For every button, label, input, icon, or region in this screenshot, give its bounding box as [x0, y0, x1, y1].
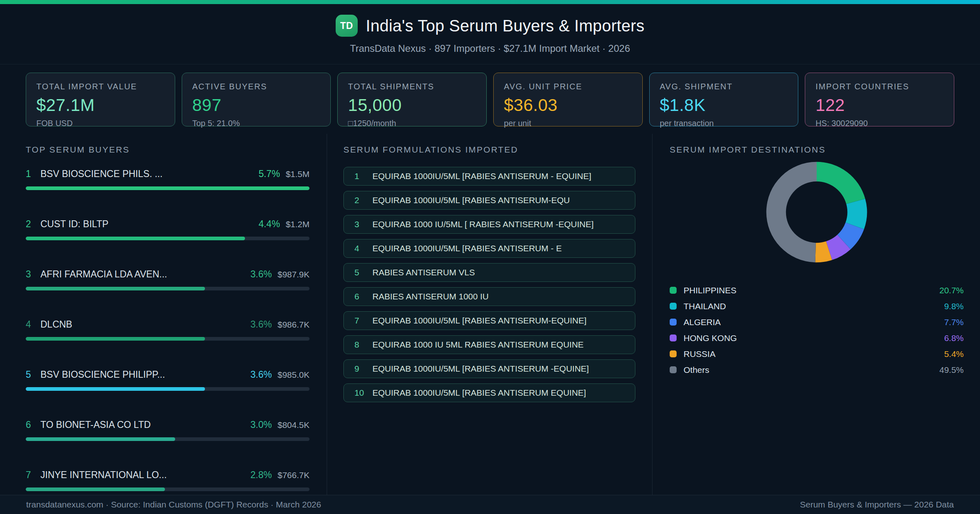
buyer-bar-fill — [26, 337, 205, 341]
buyer-row: 3 AFRI FARMACIA LDA AVEN... 3.6% $987.9K — [26, 269, 310, 290]
buyer-name: CUST ID: BILTP — [40, 219, 253, 230]
formulation-rank: 7 — [354, 316, 372, 326]
stat-value: 15,000 — [348, 95, 476, 115]
formulation-item: 3 EQUIRAB 1000 IU/5ML [ RABIES ANTISERUM… — [343, 215, 635, 234]
footer-source-text: transdatanexus.com · Source: Indian Cust… — [26, 500, 321, 510]
legend-label: ALGERIA — [684, 317, 721, 327]
destinations-legend: PHILIPPINES 20.7% THAILAND 9.8% ALGERIA … — [670, 282, 964, 378]
legend-label: HONG KONG — [684, 333, 737, 343]
buyer-share-pct: 4.4% — [258, 219, 280, 230]
brand-logo-badge: TD — [336, 15, 358, 37]
stat-value: $27.1M — [36, 95, 165, 115]
buyer-bar-fill — [26, 437, 175, 441]
legend-pct: 6.8% — [944, 333, 964, 343]
page-title: India's Top Serum Buyers & Importers — [366, 17, 644, 35]
buyer-bar-fill — [26, 237, 245, 240]
legend-label: PHILIPPINES — [684, 286, 737, 295]
main-content: TOP SERUM BUYERS 1 BSV BIOSCIENCE PHILS.… — [0, 134, 980, 495]
buyer-name: BSV BIOSCIENCE PHILS. ... — [40, 168, 253, 179]
formulation-item: 7 EQUIRAB 1000IU/5ML [RABIES ANTISERUM-E… — [343, 311, 635, 330]
legend-label: THAILAND — [684, 301, 726, 311]
legend-label: RUSSIA — [684, 349, 715, 359]
buyer-rank: 3 — [26, 269, 40, 280]
legend-pct: 20.7% — [939, 286, 964, 295]
stat-card: ACTIVE BUYERS 897 Top 5: 21.0% — [182, 73, 331, 126]
stat-card: TOTAL IMPORT VALUE $27.1M FOB USD — [26, 73, 175, 126]
formulation-item: 10 EQUIRAB 1000IU/5ML [RABIES ANTISERUM … — [343, 383, 635, 402]
donut-svg — [765, 160, 869, 264]
stat-label: TOTAL IMPORT VALUE — [36, 82, 165, 91]
buyer-rank: 4 — [26, 319, 40, 330]
stat-subtext: FOB USD — [36, 119, 165, 128]
buyer-row: 6 TO BIONET-ASIA CO LTD 3.0% $804.5K — [26, 419, 310, 441]
legend-pct: 49.5% — [939, 365, 964, 375]
buyer-value: $985.0K — [278, 370, 310, 380]
formulation-name: EQUIRAB 1000IU/5ML [RABIES ANTISERUM -EQ… — [372, 364, 589, 374]
buyer-bar-track — [26, 487, 310, 491]
destinations-donut-chart — [765, 160, 869, 264]
legend-row: Others 49.5% — [670, 362, 964, 378]
stat-value: $36.03 — [504, 95, 632, 115]
stat-label: ACTIVE BUYERS — [192, 82, 321, 91]
legend-row: PHILIPPINES 20.7% — [670, 282, 964, 298]
donut-slice-others — [766, 162, 817, 263]
formulation-item: 4 EQUIRAB 1000IU/5ML [RABIES ANTISERUM -… — [343, 239, 635, 258]
formulation-rank: 8 — [354, 340, 372, 350]
buyer-share-pct: 3.6% — [250, 319, 272, 330]
buyer-rank: 5 — [26, 369, 40, 380]
formulation-item: 5 RABIES ANTISERUM VLS — [343, 263, 635, 282]
stat-subtext: □1250/month — [348, 119, 476, 128]
buyer-name: TO BIONET-ASIA CO LTD — [40, 419, 245, 430]
buyer-share-pct: 3.6% — [250, 369, 272, 380]
buyer-row: 7 JINYE INTERNATIONAL LO... 2.8% $766.7K — [26, 470, 310, 491]
formulation-rank: 5 — [354, 268, 372, 277]
formulation-rank: 4 — [354, 244, 372, 253]
buyers-heading: TOP SERUM BUYERS — [26, 145, 310, 155]
stat-value: 122 — [815, 95, 944, 115]
buyer-row: 5 BSV BIOSCIENCE PHILIPP... 3.6% $985.0K — [26, 369, 310, 391]
formulation-name: RABIES ANTISERUM VLS — [372, 268, 475, 277]
buyer-name: JINYE INTERNATIONAL LO... — [40, 470, 245, 481]
buyer-bar-track — [26, 387, 310, 391]
formulation-rank: 1 — [354, 171, 372, 181]
buyer-rank: 2 — [26, 219, 40, 230]
stat-card: AVG. SHIPMENT $1.8K per transaction — [649, 73, 799, 126]
legend-row: HONG KONG 6.8% — [670, 330, 964, 346]
buyer-share-pct: 3.0% — [250, 419, 272, 430]
buyer-bar-fill — [26, 387, 205, 391]
stat-label: TOTAL SHIPMENTS — [348, 82, 476, 91]
formulation-rank: 2 — [354, 195, 372, 205]
formulations-list: 1 EQUIRAB 1000IU/5ML [RABIES ANTISERUM -… — [343, 167, 635, 402]
formulation-name: EQUIRAB 1000IU/5ML [RABIES ANTISERUM EQU… — [372, 388, 586, 398]
formulation-item: 8 EQUIRAB 1000 IU 5ML RABIES ANTISERUM E… — [343, 335, 635, 354]
stat-label: AVG. SHIPMENT — [660, 82, 788, 91]
legend-swatch — [670, 335, 677, 341]
formulation-item: 2 EQUIRAB 1000IU/5ML [RABIES ANTISERUM-E… — [343, 191, 635, 210]
buyer-share-pct: 3.6% — [250, 269, 272, 280]
buyer-bar-track — [26, 337, 310, 341]
formulation-name: EQUIRAB 1000 IU/5ML [ RABIES ANTISERUM -… — [372, 219, 594, 229]
formulation-name: EQUIRAB 1000IU/5ML [RABIES ANTISERUM - E — [372, 244, 562, 253]
buyer-bar-track — [26, 237, 310, 240]
buyer-value: $1.5M — [286, 169, 310, 179]
formulation-name: EQUIRAB 1000 IU 5ML RABIES ANTISERUM EQU… — [372, 340, 584, 350]
stat-label: AVG. UNIT PRICE — [504, 82, 632, 91]
stat-card: IMPORT COUNTRIES 122 HS: 30029090 — [805, 73, 954, 126]
destinations-heading: SERUM IMPORT DESTINATIONS — [670, 145, 964, 155]
formulation-rank: 9 — [354, 364, 372, 374]
buyer-name: DLCNB — [40, 319, 245, 330]
buyer-share-pct: 2.8% — [250, 470, 272, 481]
buyer-bar-fill — [26, 487, 165, 491]
formulation-name: EQUIRAB 1000IU/5ML [RABIES ANTISERUM-EQU — [372, 195, 570, 205]
formulations-heading: SERUM FORMULATIONS IMPORTED — [343, 145, 635, 155]
destinations-panel: SERUM IMPORT DESTINATIONS PHILIPPINES 20… — [653, 134, 980, 514]
stat-card: AVG. UNIT PRICE $36.03 per unit — [493, 73, 643, 126]
buyer-row: 1 BSV BIOSCIENCE PHILS. ... 5.7% $1.5M — [26, 168, 310, 190]
buyer-row: 4 DLCNB 3.6% $986.7K — [26, 319, 310, 341]
legend-row: ALGERIA 7.7% — [670, 314, 964, 330]
legend-pct: 9.8% — [944, 301, 964, 311]
buyer-value: $766.7K — [278, 470, 310, 480]
stats-row: TOTAL IMPORT VALUE $27.1M FOB USD ACTIVE… — [26, 73, 954, 126]
buyers-list: 1 BSV BIOSCIENCE PHILS. ... 5.7% $1.5M 2… — [26, 168, 310, 491]
top-accent-bar — [0, 0, 980, 4]
